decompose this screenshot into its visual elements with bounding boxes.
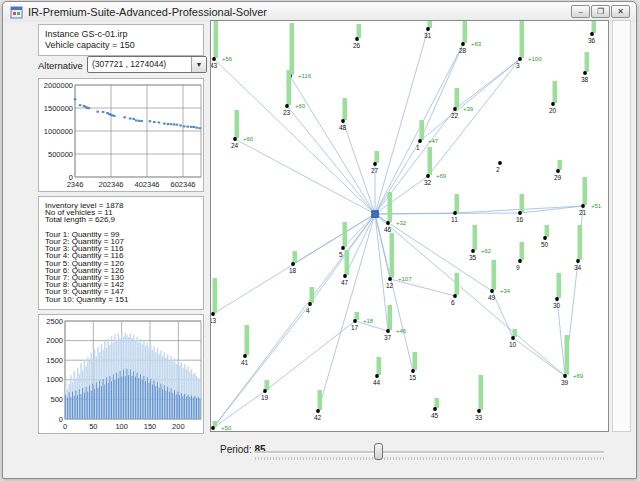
svg-text:4: 4 [306, 307, 310, 314]
svg-text:12: 12 [386, 282, 394, 289]
svg-text:2000000: 2000000 [44, 81, 73, 90]
map-node[interactable]: 45 [431, 398, 439, 419]
svg-text:13: 13 [211, 317, 217, 324]
svg-text:+39: +39 [463, 106, 474, 112]
svg-text:5: 5 [339, 251, 343, 258]
svg-text:+32: +32 [396, 220, 407, 226]
map-node[interactable]: 6 [451, 273, 459, 306]
map-node[interactable]: 39+69 [561, 335, 584, 386]
vehicle-capacity: Vehicle capacity = 150 [45, 40, 197, 51]
svg-text:50: 50 [541, 241, 549, 248]
svg-text:602346: 602346 [170, 180, 195, 189]
map-node[interactable]: 20 [549, 81, 557, 114]
map-node[interactable]: 13 [211, 278, 217, 324]
svg-text:10: 10 [509, 341, 517, 348]
svg-text:150: 150 [144, 422, 157, 431]
solution-info-text: Inventory level = 1878 No of vehicles = … [39, 197, 203, 308]
svg-text:6: 6 [451, 299, 455, 306]
svg-text:23: 23 [283, 109, 291, 116]
svg-text:+56: +56 [222, 56, 233, 62]
svg-text:+47: +47 [428, 138, 439, 144]
objective-scatter-chart: 0500000100000015000002000000234620234640… [39, 79, 203, 191]
map-node[interactable]: 28+63 [459, 21, 482, 54]
svg-text:35: 35 [469, 254, 477, 261]
map-node[interactable]: 18 [289, 251, 297, 274]
svg-text:1000: 1000 [46, 375, 63, 384]
map-node[interactable]: 3+100 [516, 21, 542, 69]
map-node[interactable]: 48 [339, 98, 347, 131]
map-node[interactable]: 34 [574, 225, 582, 271]
map-node[interactable]: 17+18 [351, 312, 374, 331]
map-node[interactable]: 29 [554, 160, 562, 181]
svg-text:+51: +51 [591, 203, 602, 209]
map-node[interactable]: 27 [371, 151, 379, 174]
map-node[interactable]: 4 [306, 287, 314, 314]
svg-text:47: 47 [341, 279, 349, 286]
objective-chart-panel: 0500000100000015000002000000234620234640… [38, 78, 204, 192]
map-node[interactable]: 33 [475, 375, 483, 421]
map-node[interactable]: 36 [588, 21, 596, 44]
map-node[interactable]: 42 [314, 390, 322, 421]
depot-marker[interactable] [372, 211, 379, 218]
svg-text:2500: 2500 [46, 317, 63, 326]
svg-text:0: 0 [63, 422, 67, 431]
svg-text:18: 18 [289, 267, 297, 274]
svg-text:20: 20 [549, 107, 557, 114]
map-node[interactable]: 44 [373, 357, 381, 386]
map-node[interactable]: 15 [409, 352, 417, 381]
map-node[interactable]: 43+56 [211, 21, 233, 69]
map-node[interactable]: 38 [581, 52, 589, 83]
svg-text:30: 30 [553, 302, 561, 309]
svg-text:19: 19 [261, 394, 269, 401]
svg-text:2000: 2000 [46, 336, 63, 345]
svg-text:+62: +62 [481, 248, 492, 254]
close-button[interactable]: ✕ [611, 5, 630, 18]
alternative-dropdown[interactable]: (307721 , 1274044) ▼ [87, 56, 207, 73]
period-slider-thumb[interactable] [374, 443, 383, 460]
svg-text:38: 38 [581, 76, 589, 83]
svg-text:32: 32 [424, 179, 432, 186]
maximize-button[interactable]: ❐ [591, 5, 610, 18]
map-node[interactable]: 9 [516, 242, 524, 271]
map-node[interactable]: 19 [261, 380, 269, 401]
svg-text:15: 15 [409, 374, 417, 381]
period-slider-ticks [255, 457, 604, 460]
svg-text:+60: +60 [243, 136, 254, 142]
right-gutter [612, 20, 631, 432]
svg-text:34: 34 [574, 264, 582, 271]
map-node[interactable]: 40+50 [211, 421, 232, 431]
svg-text:21: 21 [579, 209, 587, 216]
svg-text:1000000: 1000000 [44, 127, 73, 136]
svg-text:24: 24 [231, 142, 239, 149]
svg-text:402346: 402346 [134, 180, 159, 189]
app-icon [10, 6, 23, 19]
svg-text:16: 16 [516, 216, 524, 223]
map-node[interactable]: 26 [353, 24, 361, 49]
map-node[interactable]: 11 [451, 194, 459, 223]
map-node[interactable]: 35+62 [469, 225, 492, 261]
map-node[interactable]: 2 [496, 161, 502, 173]
map-node[interactable]: 50 [541, 225, 549, 248]
map-node[interactable]: 16 [516, 194, 524, 223]
map-node[interactable]: 21+51 [579, 177, 602, 216]
minimize-button[interactable]: – [571, 5, 590, 18]
svg-text:29: 29 [554, 174, 562, 181]
map-node[interactable]: 31 [424, 21, 432, 39]
chevron-down-icon[interactable]: ▼ [191, 57, 206, 72]
app-window: IR-Premium-Suite-Advanced-Professional-S… [2, 1, 637, 479]
svg-text:17: 17 [351, 324, 359, 331]
map-node[interactable]: 30 [553, 273, 561, 309]
alternative-selected-value: (307721 , 1274044) [92, 59, 166, 69]
title-bar[interactable]: IR-Premium-Suite-Advanced-Professional-S… [3, 2, 636, 22]
svg-text:42: 42 [314, 414, 322, 421]
svg-text:+69: +69 [573, 373, 584, 379]
svg-text:48: 48 [339, 124, 347, 131]
period-slider-track[interactable] [255, 451, 604, 454]
route-map-canvas[interactable]: 43+567+116263128+63363+1003823+604824+60… [211, 21, 608, 431]
map-node[interactable]: 49+34 [488, 260, 511, 301]
svg-text:27: 27 [371, 167, 379, 174]
map-node[interactable]: 12+107 [386, 233, 412, 289]
svg-text:1500: 1500 [46, 356, 63, 365]
alternative-label: Alternative [38, 60, 83, 71]
map-node[interactable]: 41 [241, 325, 249, 366]
